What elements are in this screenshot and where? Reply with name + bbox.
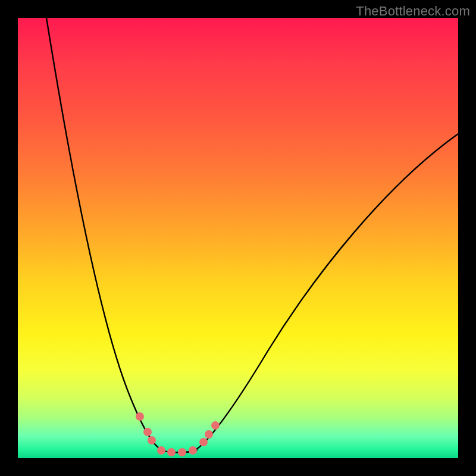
dot bbox=[205, 430, 213, 439]
dots-group bbox=[136, 412, 220, 456]
dot bbox=[211, 421, 220, 430]
curve-layer bbox=[18, 18, 458, 458]
dot bbox=[178, 448, 186, 456]
right-curve bbox=[196, 134, 458, 449]
dot bbox=[148, 436, 156, 444]
dot bbox=[199, 438, 208, 446]
chart-stage: TheBottleneck.com bbox=[0, 0, 476, 476]
dot bbox=[189, 446, 197, 455]
plot-area bbox=[18, 18, 458, 458]
dot bbox=[143, 428, 152, 436]
dot bbox=[136, 412, 144, 421]
dot bbox=[167, 448, 176, 456]
curve-group bbox=[46, 18, 458, 453]
dot bbox=[157, 446, 165, 455]
left-curve bbox=[46, 18, 161, 449]
watermark-text: TheBottleneck.com bbox=[356, 4, 470, 19]
